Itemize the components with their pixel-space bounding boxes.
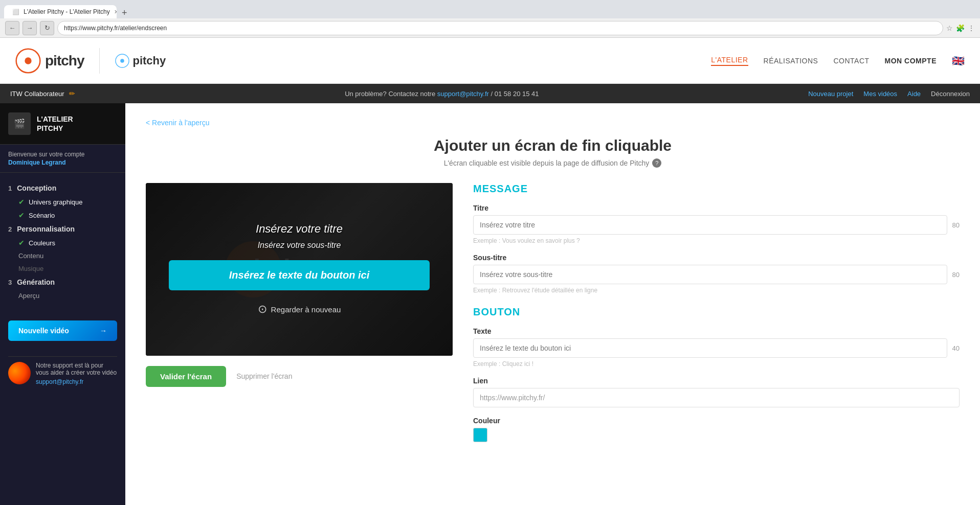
video-overlay: Insérez votre titre Insérez votre sous-t… bbox=[146, 183, 453, 356]
check-icon-scenario: ✔ bbox=[18, 211, 25, 219]
titre-input[interactable] bbox=[473, 215, 947, 235]
soustitre-label: Sous-titre bbox=[473, 254, 960, 262]
replay-icon: ⊙ bbox=[258, 303, 267, 316]
address-bar[interactable] bbox=[57, 21, 943, 35]
content-area: 🎬 L'ATELIER PITCHY Bienvenue sur votre c… bbox=[0, 103, 980, 505]
sidebar-step-1-header: 1 Conception bbox=[0, 181, 125, 195]
soustitre-input[interactable] bbox=[473, 265, 947, 284]
validate-button[interactable]: Valider l'écran bbox=[146, 366, 226, 387]
video-title-text: Insérez votre titre bbox=[256, 222, 343, 236]
video-preview: pitchy Insérez votre titre Insérez votre… bbox=[146, 183, 453, 451]
my-videos-link[interactable]: Mes vidéos bbox=[863, 90, 897, 98]
soustitre-input-row: 80 bbox=[473, 265, 960, 284]
new-tab-button[interactable]: + bbox=[117, 8, 132, 18]
extensions-icon[interactable]: 🧩 bbox=[956, 24, 965, 32]
color-row bbox=[473, 428, 960, 442]
project-name: ITW Collaborateur bbox=[10, 90, 64, 98]
svg-point-1 bbox=[25, 57, 31, 64]
sidebar-step-scenario[interactable]: ✔ Scénario bbox=[0, 209, 125, 222]
two-col-layout: pitchy Insérez votre titre Insérez votre… bbox=[146, 183, 960, 451]
video-replay[interactable]: ⊙ Regarder à nouveau bbox=[258, 303, 341, 316]
welcome-text: Bienvenue sur votre compte bbox=[8, 151, 84, 158]
texte-form-group: Texte 40 Exemple : Cliquez ici ! bbox=[473, 327, 960, 368]
replay-label: Regarder à nouveau bbox=[271, 305, 341, 314]
arrow-right-icon: → bbox=[100, 327, 107, 335]
sidebar-step-contenu[interactable]: Contenu bbox=[0, 249, 125, 262]
lien-input[interactable] bbox=[473, 388, 960, 407]
page-subtitle: L'écran cliquable est visible depuis la … bbox=[146, 158, 960, 168]
project-bar-left: ITW Collaborateur ✏ bbox=[10, 89, 75, 98]
sidebar: 🎬 L'ATELIER PITCHY Bienvenue sur votre c… bbox=[0, 103, 125, 505]
edit-icon[interactable]: ✏ bbox=[69, 89, 75, 98]
tab-title: L'Atelier Pitchy - L'Atelier Pitchy bbox=[24, 8, 110, 15]
forward-button[interactable]: → bbox=[23, 21, 37, 35]
back-button[interactable]: ← bbox=[5, 21, 19, 35]
check-icon-couleurs: ✔ bbox=[18, 239, 25, 247]
reload-button[interactable]: ↻ bbox=[40, 21, 54, 35]
message-section: MESSAGE Titre 80 Exemple : Vous voulez e… bbox=[473, 183, 960, 294]
main-content: < Revenir à l'aperçu Ajouter un écran de… bbox=[125, 103, 980, 505]
back-link[interactable]: < Revenir à l'aperçu bbox=[146, 119, 209, 127]
svg-point-3 bbox=[121, 59, 124, 62]
video-actions: Valider l'écran Supprimer l'écran bbox=[146, 366, 453, 387]
nav-link-compte[interactable]: MON COMPTE bbox=[885, 57, 937, 65]
project-bar-center: Un problème? Contactez notre support@pit… bbox=[75, 90, 808, 98]
support-link[interactable]: support@pitchy.fr bbox=[36, 378, 117, 385]
step-univers-label: Univers graphique bbox=[29, 198, 83, 206]
logo-separator bbox=[99, 48, 100, 74]
texte-input-row: 40 bbox=[473, 338, 960, 358]
texte-input[interactable] bbox=[473, 338, 947, 358]
sidebar-step-musique[interactable]: Musique bbox=[0, 262, 125, 275]
sidebar-header: 🎬 L'ATELIER PITCHY bbox=[0, 103, 125, 145]
bookmark-icon[interactable]: ☆ bbox=[946, 24, 953, 32]
sidebar-support: Notre support est là pour vous aider à c… bbox=[8, 356, 117, 385]
sidebar-step-univers[interactable]: ✔ Univers graphique bbox=[0, 195, 125, 209]
color-swatch[interactable] bbox=[473, 428, 487, 442]
step-1-label: Conception bbox=[17, 184, 56, 192]
step-scenario-label: Scénario bbox=[29, 212, 55, 219]
delete-button[interactable]: Supprimer l'écran bbox=[236, 372, 292, 380]
help-icon[interactable]: ? bbox=[652, 158, 661, 168]
soustitre-hint: Exemple : Retrouvez l'étude détaillée en… bbox=[473, 287, 960, 294]
nav-link-atelier[interactable]: L'ATELIER bbox=[711, 56, 748, 66]
step-3-label: Génération bbox=[17, 278, 55, 286]
message-section-title: MESSAGE bbox=[473, 183, 960, 195]
titre-hint: Exemple : Vous voulez en savoir plus ? bbox=[473, 237, 960, 244]
check-icon-univers: ✔ bbox=[18, 198, 25, 206]
step-2-label: Personnalisation bbox=[17, 225, 75, 233]
menu-icon[interactable]: ⋮ bbox=[968, 24, 975, 32]
titre-label: Titre bbox=[473, 204, 960, 212]
support-phone: / 01 58 20 15 41 bbox=[491, 90, 539, 98]
new-project-link[interactable]: Nouveau projet bbox=[808, 90, 853, 98]
nav-link-realisations[interactable]: RÉALISATIONS bbox=[764, 57, 818, 65]
logout-link[interactable]: Déconnexion bbox=[931, 90, 970, 98]
soustitre-form-group: Sous-titre 80 Exemple : Retrouvez l'étud… bbox=[473, 254, 960, 294]
support-email-link[interactable]: support@pitchy.fr bbox=[437, 90, 489, 98]
browser-tabs: ⬜ L'Atelier Pitchy - L'Atelier Pitchy ✕ … bbox=[0, 0, 980, 18]
support-text: Notre support est là pour vous aider à c… bbox=[36, 362, 117, 376]
logo-main[interactable]: pitchy bbox=[15, 48, 84, 74]
browser-icons: ☆ 🧩 ⋮ bbox=[946, 24, 975, 32]
couleur-form-group: Couleur bbox=[473, 417, 960, 442]
user-name: Dominique Legrand bbox=[8, 159, 117, 166]
logo-section: pitchy pitchy bbox=[15, 48, 166, 74]
sidebar-welcome: Bienvenue sur votre compte Dominique Leg… bbox=[0, 145, 125, 173]
pitchy-logo2-icon bbox=[115, 54, 129, 68]
sidebar-step-apercu[interactable]: Aperçu bbox=[0, 289, 125, 302]
new-video-button[interactable]: Nouvelle vidéo → bbox=[8, 320, 117, 341]
help-link[interactable]: Aide bbox=[907, 90, 921, 98]
nav-links: L'ATELIER RÉALISATIONS CONTACT MON COMPT… bbox=[711, 55, 965, 67]
page-subtitle-text: L'écran cliquable est visible depuis la … bbox=[444, 159, 650, 167]
video-button-preview[interactable]: Insérez le texte du bouton ici bbox=[169, 260, 430, 290]
video-subtitle-text: Insérez votre sous-titre bbox=[258, 241, 341, 250]
sidebar-step-couleurs[interactable]: ✔ Couleurs bbox=[0, 236, 125, 249]
step-apercu-label: Aperçu bbox=[18, 292, 39, 300]
step-3-num: 3 bbox=[8, 279, 12, 286]
nav-link-contact[interactable]: CONTACT bbox=[833, 57, 869, 65]
active-tab[interactable]: ⬜ L'Atelier Pitchy - L'Atelier Pitchy ✕ bbox=[4, 5, 117, 18]
support-text: Un problème? Contactez notre bbox=[345, 90, 435, 98]
sidebar-title-line1: L'ATELIER bbox=[37, 114, 73, 124]
language-flag[interactable]: 🇬🇧 bbox=[952, 55, 965, 67]
texte-label: Texte bbox=[473, 327, 960, 335]
titre-char-count: 80 bbox=[952, 221, 960, 229]
